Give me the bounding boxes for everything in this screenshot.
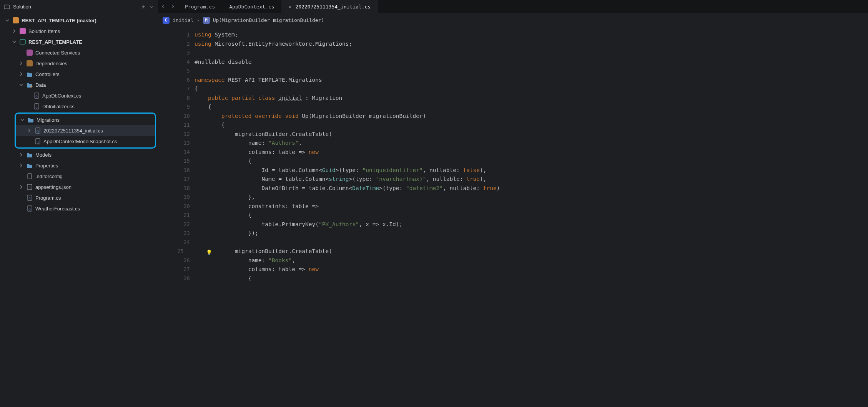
code-line[interactable]	[195, 66, 868, 76]
chevron-right-icon[interactable]	[18, 163, 24, 168]
tree-item-models[interactable]: Models	[0, 149, 158, 160]
folder-icon	[26, 151, 33, 158]
code-line[interactable]: });	[195, 229, 868, 238]
tree-item-properties[interactable]: Properties	[0, 160, 158, 171]
breadcrumb-class[interactable]: initial	[173, 17, 194, 23]
lightbulb-icon[interactable]: 💡	[206, 250, 212, 255]
code-line[interactable]: columns: table => new	[195, 148, 868, 157]
tree-highlight-migrations: Migrations {} 20220725111354_initial.cs …	[15, 113, 156, 149]
code-line[interactable]: {	[195, 103, 868, 112]
code-line[interactable]: Id = table.Column<Guid>(type: "uniqueide…	[195, 166, 868, 175]
tree-item-appdbcontext[interactable]: {} AppDbContext.cs	[0, 90, 158, 101]
tree-label: REST_API_TEMPLATE (master)	[22, 18, 96, 23]
cs-file-icon: {}	[33, 92, 40, 99]
pin-icon[interactable]	[141, 4, 146, 10]
tree-label: appsettings.json	[35, 184, 72, 190]
code-line[interactable]: name: "Authors",	[195, 139, 868, 148]
tab-label: Program.cs	[185, 4, 215, 10]
code-line[interactable]: migrationBuilder.CreateTable(	[195, 247, 868, 256]
code-line[interactable]: DateOfBirth = table.Column<DateTime>(typ…	[195, 184, 868, 193]
tree-item-controllers[interactable]: Controllers	[0, 69, 158, 79]
svg-text:{}: {}	[35, 105, 38, 109]
class-badge-icon: C	[163, 17, 170, 24]
code-line[interactable]	[195, 238, 868, 247]
json-file-icon: {}	[26, 184, 33, 190]
svg-text:{}: {}	[28, 197, 31, 200]
code-line[interactable]: {	[195, 157, 868, 166]
tree-label: Migrations	[37, 117, 60, 123]
code-content[interactable]: using System;using Microsoft.EntityFrame…	[195, 27, 868, 283]
solution-title: Solution	[13, 4, 31, 10]
code-line[interactable]: public partial class initial : Migration	[195, 94, 868, 103]
chevron-right-icon[interactable]	[27, 128, 32, 133]
chevron-down-icon[interactable]	[149, 5, 154, 9]
code-line[interactable]: name: "Books",	[195, 256, 868, 265]
code-line[interactable]: Name = table.Column<string>(type: "nvarc…	[195, 175, 868, 184]
solution-root-icon	[12, 17, 19, 24]
cs-file-icon: {}	[33, 103, 40, 110]
tree-item-initial-migration[interactable]: {} 20220725111354_initial.cs	[16, 125, 155, 136]
chevron-down-icon[interactable]	[20, 117, 25, 122]
chevron-down-icon[interactable]	[12, 39, 17, 45]
folder-icon	[26, 71, 33, 78]
tree-label: Connected Services	[35, 50, 80, 56]
code-line[interactable]: {	[195, 121, 868, 130]
tree-item-solution-items[interactable]: Solution Items	[0, 26, 158, 36]
tree-item-editorconfig[interactable]: .editorconfig	[0, 171, 158, 182]
tree-item-appsettings[interactable]: {} appsettings.json	[0, 182, 158, 192]
tree-label: Properties	[35, 163, 58, 169]
tree-label: Solution Items	[28, 28, 60, 34]
tab-appdbcontext[interactable]: AppDbContext.cs	[222, 0, 281, 13]
code-line[interactable]: protected override void Up(MigrationBuil…	[195, 112, 868, 121]
method-badge-icon: M	[203, 17, 210, 24]
deps-icon	[26, 60, 33, 67]
tree-item-project[interactable]: REST_API_TEMPLATE	[0, 36, 158, 47]
code-line[interactable]: {	[195, 211, 868, 220]
code-line[interactable]: using Microsoft.EntityFrameworkCore.Migr…	[195, 40, 868, 49]
tab-initial-migration[interactable]: × 20220725111354_initial.cs	[282, 0, 378, 13]
tree-root[interactable]: REST_API_TEMPLATE (master)	[0, 15, 158, 26]
svg-text:{}: {}	[35, 94, 38, 98]
code-line[interactable]: using System;	[195, 30, 868, 40]
tree-item-snapshot[interactable]: {} AppDbContextModelSnapshot.cs	[16, 136, 155, 147]
folder-icon	[19, 28, 26, 35]
breadcrumb-separator-icon: ›	[197, 17, 200, 23]
chevron-right-icon[interactable]	[18, 184, 24, 190]
tree-item-weatherforecast[interactable]: {} WeatherForecast.cs	[0, 203, 158, 214]
code-line[interactable]: },	[195, 193, 868, 202]
code-line[interactable]: {	[195, 84, 868, 94]
code-line[interactable]: {	[195, 274, 868, 283]
tree-item-program[interactable]: {} Program.cs	[0, 192, 158, 203]
chevron-right-icon[interactable]	[18, 152, 24, 157]
close-icon[interactable]: ×	[289, 4, 292, 10]
code-line[interactable]: table.PrimaryKey("PK_Authors", x => x.Id…	[195, 220, 868, 229]
solution-icon	[4, 4, 10, 10]
code-line[interactable]: namespace REST_API_TEMPLATE.Migrations	[195, 76, 868, 85]
tree-label: Program.cs	[35, 195, 61, 201]
tree-label: WeatherForecast.cs	[35, 206, 80, 212]
tree-item-connected-services[interactable]: Connected Services	[0, 47, 158, 58]
tab-bar: Program.cs AppDbContext.cs × 20220725111…	[158, 0, 868, 13]
tree-label: AppDbContext.cs	[42, 93, 81, 99]
code-line[interactable]: constraints: table =>	[195, 202, 868, 211]
code-area[interactable]: 1234567891011121314151617181920212223242…	[158, 27, 868, 283]
code-line[interactable]: #nullable disable	[195, 58, 868, 67]
chevron-down-icon[interactable]	[5, 18, 10, 23]
code-line[interactable]	[195, 48, 868, 58]
breadcrumb-method[interactable]: Up(MigrationBuilder migrationBuilder)	[213, 17, 324, 23]
chevron-down-icon[interactable]	[18, 82, 24, 88]
tree-item-migrations[interactable]: Migrations	[16, 114, 155, 125]
tree-item-dbinitializer[interactable]: {} DbInitializer.cs	[0, 101, 158, 112]
tab-program[interactable]: Program.cs	[178, 0, 222, 13]
tree-item-data[interactable]: Data	[0, 79, 158, 90]
code-line[interactable]: migrationBuilder.CreateTable(	[195, 130, 868, 139]
services-icon	[26, 49, 33, 56]
code-line[interactable]: columns: table => new	[195, 265, 868, 274]
nav-forward-button[interactable]	[168, 0, 178, 13]
chevron-right-icon[interactable]	[18, 61, 24, 66]
tree-item-dependencies[interactable]: Dependencies	[0, 58, 158, 69]
nav-back-button[interactable]	[158, 0, 168, 13]
chevron-right-icon[interactable]	[12, 28, 17, 34]
chevron-right-icon[interactable]	[18, 71, 24, 77]
breadcrumb: C initial › M Up(MigrationBuilder migrat…	[158, 13, 868, 27]
